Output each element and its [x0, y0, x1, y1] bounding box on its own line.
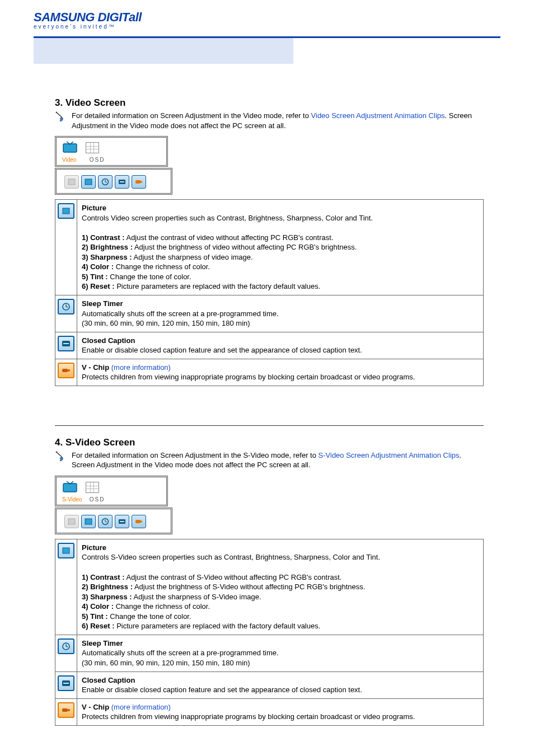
svg-point-21 — [140, 520, 142, 523]
header-banner — [34, 36, 500, 64]
feature-title: Sleep Timer — [82, 639, 123, 647]
note-video: For detailed information on Screen Adjus… — [55, 111, 484, 130]
svg-point-7 — [140, 181, 142, 183]
feature-desc-2: (30 min, 60 min, 90 min, 120 min, 150 mi… — [82, 319, 250, 327]
osd-mode-card-video: Video OSD — [55, 136, 168, 167]
picture-icon — [58, 203, 74, 219]
svg-rect-20 — [135, 520, 140, 523]
svg-rect-11 — [63, 343, 69, 344]
section-title-video: 3. Video Screen — [55, 97, 484, 109]
table-row: Picture Controls Video screen properties… — [55, 200, 484, 295]
note-text-pre: For detailed information on Screen Adjus… — [72, 451, 318, 459]
osd-grid-icon — [86, 482, 99, 493]
svg-point-13 — [68, 369, 70, 372]
feature-desc: Automatically shuts off the screen at a … — [82, 649, 279, 657]
cursor-brush-icon — [55, 111, 68, 123]
feature-title: Closed Caption — [82, 336, 135, 345]
table-row: Closed Caption Enable or disable closed … — [55, 332, 484, 359]
osd-grid-icon — [86, 142, 99, 153]
svg-rect-25 — [63, 683, 69, 684]
feature-title: V - Chip — [82, 703, 111, 711]
tab-vchip-icon[interactable] — [132, 515, 146, 528]
feature-title: Sleep Timer — [82, 299, 123, 308]
tv-icon — [62, 481, 78, 494]
osd-label: OSD — [90, 496, 105, 503]
table-row: Sleep Timer Automatically shuts off the … — [55, 635, 484, 672]
svg-rect-16 — [85, 519, 92, 524]
cursor-brush-icon — [55, 450, 68, 463]
tab-dimmed-icon — [64, 515, 79, 528]
svg-rect-19 — [120, 521, 124, 522]
svg-rect-1 — [68, 179, 75, 185]
brand-logo: SAMSUNG DIGITall — [34, 10, 534, 25]
osd-tabstrip-video — [55, 168, 172, 195]
feature-desc: Protects children from viewing inappropr… — [82, 712, 415, 721]
osd-mode-card-svideo: S-Video OSD — [55, 476, 168, 506]
tab-vchip-icon[interactable] — [132, 175, 146, 189]
feature-title: Picture — [82, 204, 106, 212]
feature-desc: Automatically shuts off the screen at a … — [82, 309, 279, 318]
osd-tabstrip-svideo — [55, 508, 172, 534]
feature-desc-2: (30 min, 60 min, 90 min, 120 min, 150 mi… — [82, 659, 250, 667]
link-video-animation-clips[interactable]: Video Screen Adjustment Animation Clips — [311, 111, 445, 120]
mode-label: Video — [62, 157, 88, 163]
feature-desc: Protects children from viewing inappropr… — [82, 373, 415, 381]
tab-picture-icon[interactable] — [81, 175, 96, 189]
mode-label: S-Video — [62, 496, 88, 503]
svg-rect-22 — [63, 548, 69, 553]
tab-clock-icon[interactable] — [98, 175, 113, 189]
section-title-svideo: 4. S-Video Screen — [55, 437, 484, 448]
feature-desc: Controls S-Video screen properties such … — [82, 553, 380, 561]
feature-title: Closed Caption — [82, 676, 135, 684]
clock-icon — [58, 299, 74, 314]
feature-table-svideo: Picture Controls S-Video screen properti… — [55, 539, 484, 726]
table-row: Picture Controls S-Video screen properti… — [55, 539, 484, 635]
feature-table-video: Picture Controls Video screen properties… — [55, 199, 484, 386]
svg-point-27 — [68, 709, 70, 711]
brand-tagline: everyone's invited™ — [34, 24, 534, 30]
link-svideo-animation-clips[interactable]: S-Video Screen Adjustment Animation Clip… — [318, 451, 460, 459]
tab-clock-icon[interactable] — [98, 515, 113, 528]
vchip-icon — [58, 363, 74, 378]
picture-icon — [58, 543, 74, 558]
osd-label: OSD — [90, 157, 105, 163]
svg-rect-26 — [62, 708, 68, 712]
tab-caption-icon[interactable] — [115, 175, 129, 189]
page-header: SAMSUNG DIGITall everyone's invited™ — [0, 0, 534, 33]
feature-desc: Controls Video screen properties such as… — [82, 214, 373, 222]
closed-caption-icon — [58, 336, 74, 351]
feature-desc: Enable or disable closed caption feature… — [82, 685, 362, 694]
feature-desc: Enable or disable closed caption feature… — [82, 346, 362, 354]
table-row: V - Chip (more information) Protects chi… — [55, 359, 484, 386]
section-divider — [55, 425, 484, 426]
closed-caption-icon — [58, 675, 74, 691]
tab-dimmed-icon — [64, 175, 79, 189]
svg-rect-5 — [120, 181, 124, 182]
svg-rect-2 — [85, 179, 92, 185]
note-svideo: For detailed information on Screen Adjus… — [55, 450, 484, 470]
feature-title: Picture — [82, 543, 106, 552]
svg-rect-12 — [62, 369, 68, 372]
tv-icon — [62, 141, 78, 154]
svg-rect-14 — [63, 483, 77, 492]
table-row: V - Chip (more information) Protects chi… — [55, 698, 484, 725]
svg-rect-8 — [63, 208, 69, 214]
svg-rect-15 — [68, 519, 75, 524]
link-vchip-more-info[interactable]: (more information) — [111, 703, 171, 711]
table-row: Closed Caption Enable or disable closed … — [55, 672, 484, 698]
table-row: Sleep Timer Automatically shuts off the … — [55, 295, 484, 332]
link-vchip-more-info[interactable]: (more information) — [111, 363, 171, 372]
svg-rect-6 — [135, 180, 140, 184]
tab-picture-icon[interactable] — [81, 515, 96, 528]
feature-title: V - Chip — [82, 363, 111, 372]
vchip-icon — [58, 702, 74, 718]
svg-rect-0 — [63, 144, 77, 152]
note-text-pre: For detailed information on Screen Adjus… — [72, 111, 311, 120]
tab-caption-icon[interactable] — [115, 515, 129, 528]
clock-icon — [58, 638, 74, 654]
